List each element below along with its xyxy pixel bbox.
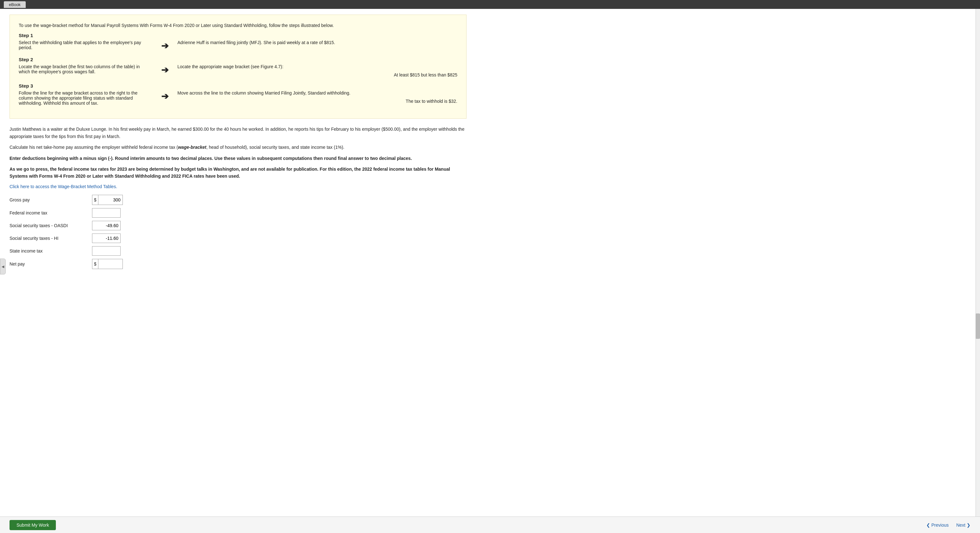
net-pay-row: Net pay $ <box>10 259 466 269</box>
ss-oasdi-label: Social security taxes - OASDI <box>10 223 92 228</box>
chevron-right-icon: ❯ <box>967 522 970 528</box>
step2-arrow: ➔ <box>152 64 177 75</box>
instruction-text: Calculate his net take-home pay assuming… <box>10 144 466 151</box>
bold-note-2: As we go to press, the federal income ta… <box>10 165 466 180</box>
federal-tax-row: Federal income tax <box>10 208 466 218</box>
step1-right: Adrienne Huff is married filing jointly … <box>177 40 457 45</box>
scrollbar[interactable] <box>975 9 980 517</box>
bold-wagebracket: wage-bracket <box>178 145 206 150</box>
step3-row: Follow the line for the wage bracket acr… <box>19 91 457 106</box>
ss-oasdi-input[interactable] <box>92 221 121 230</box>
arrow-icon-2: ➔ <box>161 65 169 75</box>
gross-pay-input-wrapper: $ <box>92 195 123 205</box>
ebook-tab[interactable]: eBook <box>4 1 26 8</box>
step1-label: Step 1 <box>19 33 457 38</box>
step3-sub: The tax to withhold is $32. <box>177 99 457 104</box>
prev-button[interactable]: ❮ Previous <box>926 522 948 528</box>
step1-arrow: ➔ <box>152 40 177 51</box>
state-tax-input[interactable] <box>92 246 121 256</box>
step2-sub: At least $815 but less than $825 <box>177 72 457 77</box>
net-pay-label: Net pay <box>10 261 92 266</box>
intro-text: To use the wage-bracket method for Manua… <box>19 22 457 29</box>
ss-hi-input[interactable] <box>92 234 121 243</box>
step2-left: Locate the wage bracket (the first two c… <box>19 64 152 74</box>
top-bar: eBook <box>0 0 980 9</box>
step1-row: Select the withholding table that applie… <box>19 40 457 51</box>
step3-right: Move across the line to the column showi… <box>177 91 457 104</box>
state-tax-label: State income tax <box>10 248 92 253</box>
net-pay-prefix: $ <box>92 259 99 269</box>
wage-bracket-link[interactable]: Click here to access the Wage-Bracket Me… <box>10 184 117 189</box>
form-section: Gross pay $ Federal income tax Social se… <box>10 195 466 269</box>
bold-note-1: Enter deductions beginning with a minus … <box>10 155 466 162</box>
ss-hi-label: Social security taxes - HI <box>10 236 92 241</box>
arrow-icon-1: ➔ <box>161 41 169 51</box>
federal-tax-input[interactable] <box>92 208 121 218</box>
next-label: Next <box>956 522 966 528</box>
step3-arrow: ➔ <box>152 91 177 102</box>
gross-pay-row: Gross pay $ <box>10 195 466 205</box>
step2-row: Locate the wage bracket (the first two c… <box>19 64 457 77</box>
bottom-bar: Submit My Work ❮ Previous Next ❯ <box>0 517 980 533</box>
instruction-box: To use the wage-bracket method for Manua… <box>10 14 466 119</box>
step1-left: Select the withholding table that applie… <box>19 40 152 50</box>
step2-label: Step 2 <box>19 57 457 62</box>
ss-hi-row: Social security taxes - HI <box>10 234 466 243</box>
gross-pay-input[interactable] <box>99 196 123 204</box>
chevron-left-icon: ❮ <box>926 522 930 528</box>
federal-tax-label: Federal income tax <box>10 210 92 215</box>
arrow-icon-3: ➔ <box>161 91 169 102</box>
gross-pay-prefix: $ <box>92 195 99 205</box>
sidebar-handle[interactable]: ◀ <box>0 259 6 274</box>
net-pay-input-wrapper: $ <box>92 259 123 269</box>
gross-pay-label: Gross pay <box>10 197 92 202</box>
scenario-text: Justin Matthews is a waiter at the Dulux… <box>10 126 466 140</box>
scrollbar-thumb <box>975 313 980 339</box>
ss-oasdi-row: Social security taxes - OASDI <box>10 221 466 230</box>
next-button[interactable]: Next ❯ <box>956 522 970 528</box>
net-pay-input[interactable] <box>99 259 123 269</box>
submit-button[interactable]: Submit My Work <box>10 520 56 530</box>
state-tax-row: State income tax <box>10 246 466 256</box>
nav-buttons: ❮ Previous Next ❯ <box>926 522 970 528</box>
prev-label: Previous <box>931 522 948 528</box>
step2-right: Locate the appropriate wage bracket (see… <box>177 64 457 77</box>
step3-label: Step 3 <box>19 83 457 89</box>
main-content: To use the wage-bracket method for Manua… <box>0 9 476 298</box>
step3-left: Follow the line for the wage bracket acr… <box>19 91 152 106</box>
